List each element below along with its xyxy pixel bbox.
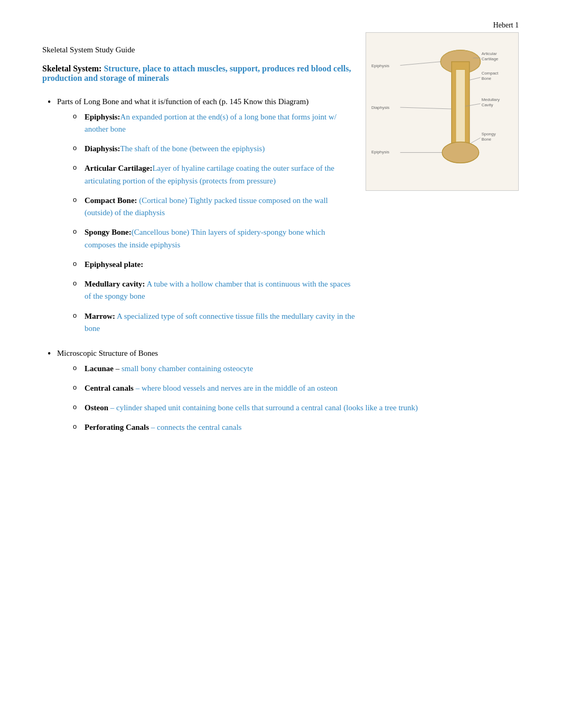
bullet-1: • xyxy=(48,96,57,109)
central-sep-def: – where blood vessels and nerves are in … xyxy=(134,384,338,392)
epiphyseal-term: Epiphyseal plate: xyxy=(85,260,143,269)
sub-item-central-canals: o Central canals – where blood vessels a… xyxy=(73,382,519,394)
diaphysis-term: Diaphysis: xyxy=(85,144,120,153)
bone-diagram: Articular Cartilage Compact Bone Medulla… xyxy=(366,32,519,191)
sub-bullet-diaphysis: o xyxy=(73,143,85,152)
svg-text:Epiphysis: Epiphysis xyxy=(371,63,389,68)
svg-point-5 xyxy=(442,142,479,163)
osteon-term: Osteon xyxy=(85,403,108,412)
sub-bullet-central: o xyxy=(73,382,85,391)
svg-text:Compact: Compact xyxy=(481,71,499,76)
page-label: Hebert 1 xyxy=(493,21,519,29)
lacunae-content: Lacunae – small bony chamber containing … xyxy=(85,363,519,375)
sub-bullet-spongy: o xyxy=(73,226,85,235)
svg-text:Medullary: Medullary xyxy=(481,97,499,102)
compact-content: Compact Bone: (Cortical bone) Tightly pa… xyxy=(85,195,355,219)
sub-list-1: o Epiphysis:An expanded portion at the e… xyxy=(57,111,355,335)
skeletal-heading-desc-2: production and storage of minerals xyxy=(42,73,169,82)
marrow-def: A specialized type of soft connective ti… xyxy=(85,312,355,333)
bullet-2: • xyxy=(48,347,57,361)
skeletal-heading-label: Skeletal System: xyxy=(42,64,101,73)
svg-text:Bone: Bone xyxy=(481,137,491,142)
lacunae-def: small bony chamber containing osteocyte xyxy=(121,364,253,373)
diaphysis-def: The shaft of the bone (between the epiph… xyxy=(120,144,265,153)
sub-bullet-articular: o xyxy=(73,162,85,171)
sub-bullet-epiphyseal: o xyxy=(73,259,85,268)
svg-text:Epiphysis: Epiphysis xyxy=(371,150,389,154)
section-2-content: Microscopic Structure of Bones o Lacunae… xyxy=(57,347,519,441)
sub-item-compact-bone: o Compact Bone: (Cortical bone) Tightly … xyxy=(73,195,355,219)
sub-item-spongy-bone: o Spongy Bone:(Cancellous bone) Thin lay… xyxy=(73,226,355,251)
spongy-term: Spongy Bone: xyxy=(85,228,132,236)
svg-text:Cavity: Cavity xyxy=(481,103,493,107)
sub-bullet-compact: o xyxy=(73,195,85,204)
sub-bullet-medullary: o xyxy=(73,278,85,287)
osteon-content: Osteon – cylinder shaped unit containing… xyxy=(85,402,519,414)
section-2-label: Microscopic Structure of Bones xyxy=(57,349,158,357)
articular-content: Articular Cartilage:Layer of hyaline car… xyxy=(85,162,355,187)
main-list-item-1: • Parts of Long Bone and what it is/func… xyxy=(48,96,355,342)
perforating-term: Perforating Canals xyxy=(85,423,149,431)
medullary-content: Medullary cavity: A tube with a hollow c… xyxy=(85,278,355,303)
sub-item-lacunae: o Lacunae – small bony chamber containin… xyxy=(73,363,519,375)
main-list-item-2: • Microscopic Structure of Bones o Lacun… xyxy=(48,347,519,441)
sub-item-articular-cartilage: o Articular Cartilage:Layer of hyaline c… xyxy=(73,162,355,187)
page-header: Hebert 1 xyxy=(42,21,519,30)
perforating-sep-def: – connects the central canals xyxy=(149,423,241,431)
lacunae-separator: – xyxy=(114,364,121,373)
articular-term: Articular Cartilage: xyxy=(85,164,152,172)
marrow-content: Marrow: A specialized type of soft conne… xyxy=(85,310,355,335)
epiphysis-term: Epiphysis: xyxy=(85,113,120,121)
marrow-term: Marrow: xyxy=(85,312,115,320)
perforating-content: Perforating Canals – connects the centra… xyxy=(85,421,519,434)
sub-item-medullary-cavity: o Medullary cavity: A tube with a hollow… xyxy=(73,278,355,303)
central-term: Central canals xyxy=(85,384,134,392)
sub-item-marrow: o Marrow: A specialized type of soft con… xyxy=(73,310,355,335)
diaphysis-content: Diaphysis:The shaft of the bone (between… xyxy=(85,143,355,155)
osteon-sep-def: – cylinder shaped unit containing bone c… xyxy=(108,403,418,412)
section-1-content: Parts of Long Bone and what it is/functi… xyxy=(57,96,355,342)
sub-bullet-perforating: o xyxy=(73,421,85,430)
svg-text:Bone: Bone xyxy=(481,76,491,81)
central-content: Central canals – where blood vessels and… xyxy=(85,382,519,394)
compact-term: Compact Bone: xyxy=(85,196,137,205)
sub-item-epiphysis: o Epiphysis:An expanded portion at the e… xyxy=(73,111,355,136)
sub-item-diaphysis: o Diaphysis:The shaft of the bone (betwe… xyxy=(73,143,355,155)
svg-text:Articular: Articular xyxy=(481,51,497,56)
sub-list-2: o Lacunae – small bony chamber containin… xyxy=(57,363,519,434)
spongy-content: Spongy Bone:(Cancellous bone) Thin layer… xyxy=(85,226,355,251)
epiphysis-def: An expanded portion at the end(s) of a l… xyxy=(85,113,336,133)
sub-bullet-marrow: o xyxy=(73,310,85,319)
sub-bullet-lacunae: o xyxy=(73,363,85,372)
svg-text:Diaphysis: Diaphysis xyxy=(371,105,389,110)
epiphyseal-content: Epiphyseal plate: xyxy=(85,259,355,271)
sub-item-osteon: o Osteon – cylinder shaped unit containi… xyxy=(73,402,519,414)
section-1-label: Parts of Long Bone and what it is/functi… xyxy=(57,97,308,106)
epiphysis-content: Epiphysis:An expanded portion at the end… xyxy=(85,111,355,136)
sub-item-epiphyseal-plate: o Epiphyseal plate: xyxy=(73,259,355,271)
skeletal-heading-desc-1: Structure, place to attach muscles, supp… xyxy=(104,64,351,73)
sub-item-perforating-canals: o Perforating Canals – connects the cent… xyxy=(73,421,519,434)
svg-rect-4 xyxy=(456,70,465,143)
sub-bullet-osteon: o xyxy=(73,402,85,411)
svg-text:Cartilage: Cartilage xyxy=(481,57,498,61)
sub-bullet-epiphysis: o xyxy=(73,111,85,120)
medullary-term: Medullary cavity: xyxy=(85,280,145,288)
lacunae-term: Lacunae xyxy=(85,364,114,373)
svg-text:Spongy: Spongy xyxy=(481,132,495,136)
